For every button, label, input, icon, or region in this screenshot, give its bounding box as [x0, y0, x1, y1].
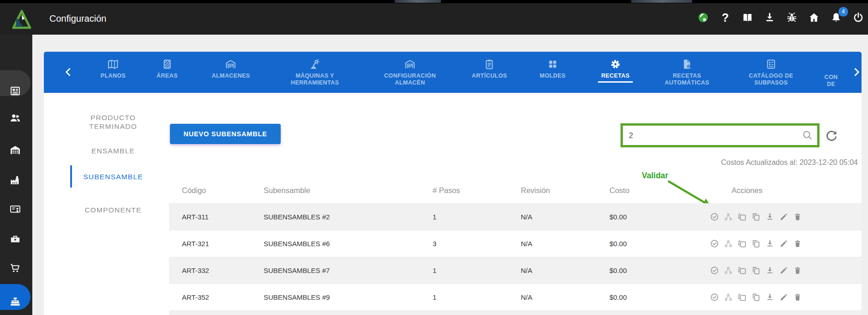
- tab-recetas[interactable]: RECETAS: [598, 58, 633, 83]
- submenu-ensamble[interactable]: ENSAMBLE: [69, 146, 157, 155]
- module-tab-bar: PLANOS ÁREAS ALMACENES MÁQUINAS Y HERRAM…: [44, 52, 862, 93]
- refresh-icon[interactable]: [824, 128, 839, 143]
- delete-icon[interactable]: [793, 292, 802, 302]
- chevron-left-icon[interactable]: [62, 66, 74, 78]
- copy-icon[interactable]: [751, 266, 761, 275]
- warehouse-icon[interactable]: [9, 144, 21, 156]
- copy-icon[interactable]: [751, 239, 761, 248]
- recipe-tree-icon[interactable]: [723, 266, 733, 275]
- gear-icon: [609, 58, 621, 70]
- table-row: ART-352 SUBENSAMBLES #9 1 N/A $0.00: [169, 284, 862, 310]
- tab-recetas-automaticas[interactable]: RECETAS AUTOMÁTICAS: [665, 58, 710, 86]
- edit-icon[interactable]: [779, 292, 789, 302]
- validate-check-icon[interactable]: [710, 239, 719, 248]
- col-header-subensamble: Subensamble: [264, 186, 433, 195]
- partial-next-row: [169, 310, 862, 315]
- download-icon[interactable]: [765, 239, 775, 248]
- sidebar: [0, 35, 32, 315]
- help-icon[interactable]: ?: [719, 12, 731, 24]
- submenu-subensamble[interactable]: SUBENSAMBLE: [69, 172, 157, 181]
- app-logo: [12, 9, 31, 31]
- map-icon: [107, 58, 119, 70]
- delete-icon[interactable]: [793, 266, 802, 275]
- active-tab-underline: [598, 81, 633, 83]
- recipe-tree-icon[interactable]: [723, 212, 733, 222]
- content-card: PLANOS ÁREAS ALMACENES MÁQUINAS Y HERRAM…: [44, 52, 862, 315]
- home-icon[interactable]: [808, 12, 820, 24]
- delete-icon[interactable]: [793, 212, 802, 222]
- search-icon[interactable]: [802, 130, 813, 141]
- copy-icon[interactable]: [751, 212, 761, 222]
- copy-icon[interactable]: [751, 292, 761, 302]
- download-icon[interactable]: [764, 12, 776, 24]
- cart-icon[interactable]: [9, 262, 21, 274]
- background-window-sliver: [631, 0, 692, 3]
- power-icon[interactable]: [852, 12, 864, 24]
- doc-gear-icon: [681, 58, 693, 70]
- recipe-tree-icon[interactable]: [723, 292, 733, 302]
- tab-moldes[interactable]: MOLDES: [540, 58, 566, 79]
- search-input[interactable]: [623, 126, 817, 145]
- tab-configuracion-almacen[interactable]: CONFIGURACIÓN ALMACÉN: [384, 58, 436, 86]
- app-window: Configuración ? 4: [0, 0, 868, 315]
- validate-check-icon[interactable]: [710, 292, 719, 302]
- tab-cut-off[interactable]: CON DE: [825, 74, 838, 88]
- tab-planos[interactable]: PLANOS: [101, 58, 126, 79]
- submenu-componente[interactable]: COMPONENTE: [69, 206, 157, 214]
- delete-icon[interactable]: [793, 239, 802, 248]
- tab-catalogo-subpasos[interactable]: CATÁLOGO DE SUBPASOS: [749, 58, 793, 86]
- recipe-tree-icon[interactable]: [723, 239, 733, 248]
- clone-ic on[interactable]: [737, 239, 747, 248]
- download-icon[interactable]: [765, 212, 775, 222]
- download-icon[interactable]: [765, 266, 775, 275]
- globe-icon[interactable]: [697, 12, 709, 24]
- col-header-codigo: Código: [182, 186, 264, 195]
- people-icon[interactable]: [9, 112, 21, 124]
- top-bar: Configuración ? 4: [0, 0, 868, 35]
- download-icon[interactable]: [765, 292, 775, 302]
- search-annotation-box: [621, 123, 820, 147]
- grid-icon: [547, 58, 559, 70]
- col-header-revision: Revisión: [521, 186, 609, 195]
- warehouse-icon: [404, 58, 416, 70]
- col-header-acciones: Acciones: [677, 186, 862, 195]
- clipboard-icon: [483, 58, 495, 70]
- tab-articulos[interactable]: ARTÍCULOS: [472, 58, 507, 79]
- costs-updated-label: Costos Actualizados al: 2023-12-20 05:04: [721, 158, 858, 167]
- edit-icon[interactable]: [779, 212, 789, 222]
- bell-icon[interactable]: 4: [830, 12, 842, 24]
- chevron-right-icon[interactable]: [850, 66, 862, 78]
- factory-icon[interactable]: [9, 174, 21, 186]
- new-subensamble-button[interactable]: NUEVO SUBENSAMBLE: [170, 124, 281, 144]
- clone-icon[interactable]: [737, 292, 747, 302]
- col-header-costo: Costo: [609, 186, 677, 195]
- tab-almacenes[interactable]: ALMACENES: [212, 58, 250, 79]
- validate-check-icon[interactable]: [710, 266, 719, 275]
- clone-icon[interactable]: [737, 212, 747, 222]
- tab-areas[interactable]: ÁREAS: [157, 58, 178, 79]
- register-icon[interactable]: [9, 296, 21, 308]
- edit-icon[interactable]: [779, 266, 789, 275]
- notification-badge: 4: [838, 7, 848, 17]
- active-submenu-indicator: [70, 165, 72, 188]
- edit-icon[interactable]: [779, 239, 789, 248]
- validate-check-icon[interactable]: [710, 212, 719, 222]
- certificate-icon[interactable]: [9, 203, 21, 215]
- clone-icon[interactable]: [737, 266, 747, 275]
- hatch-icon: [161, 58, 173, 70]
- table-row: ART-311 SUBENSAMBLES #2 1 N/A $0.00: [169, 203, 862, 230]
- warehouse-icon: [225, 58, 237, 70]
- table-header-row: Código Subensamble # Pasos Revisión Cost…: [169, 178, 862, 203]
- news-card-icon[interactable]: [9, 85, 21, 97]
- submenu-producto-terminado[interactable]: PRODUCTO TERMINADO: [69, 113, 157, 131]
- col-header-pasos: # Pasos: [433, 186, 521, 195]
- robot-arm-icon: [309, 58, 321, 70]
- bug-icon[interactable]: [786, 12, 798, 24]
- book-icon[interactable]: [741, 12, 753, 24]
- background-window-sliver: [395, 0, 441, 3]
- table-row: ART-332 SUBENSAMBLES #7 1 N/A $0.00: [169, 257, 862, 284]
- page-title: Configuración: [49, 0, 106, 35]
- toolbox-icon[interactable]: [9, 233, 21, 245]
- table-row: ART-321 SUBENSAMBLES #6 3 N/A $0.00: [169, 230, 862, 257]
- tab-maquinas-herramientas[interactable]: MÁQUINAS Y HERRAMIENTAS: [291, 58, 339, 86]
